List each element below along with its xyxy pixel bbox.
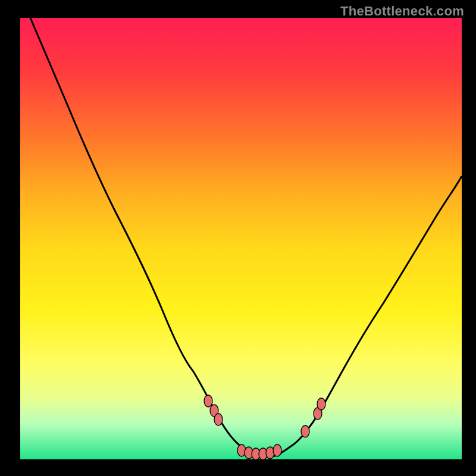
watermark-text: TheBottleneck.com [340,4,464,19]
plot-gradient [20,18,462,459]
app-frame: TheBottleneck.com [0,0,476,476]
